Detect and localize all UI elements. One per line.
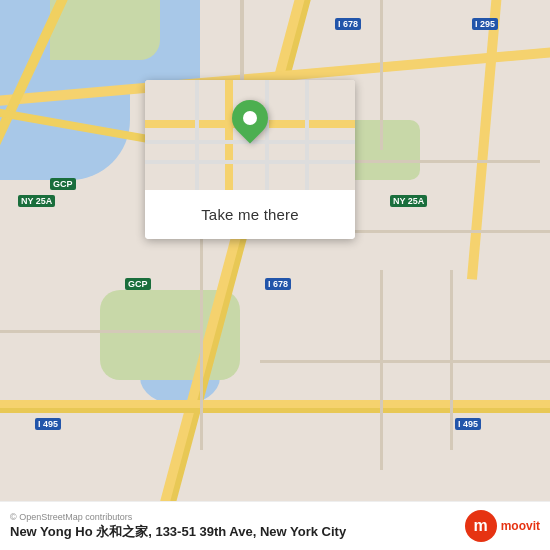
street-h1 [340,160,540,163]
street-h4 [260,360,550,363]
highway-i495b [0,408,550,413]
map-container: I 678 I 295 NY 25A NY 25A GCP GCP I 678 … [0,0,550,550]
osm-credit: © OpenStreetMap contributors [10,512,457,522]
label-i678-mid: I 678 [265,278,291,290]
green-top-left [50,0,160,60]
highway-i295 [467,0,503,280]
mini-road-h3 [145,160,355,164]
street-h3 [0,330,200,333]
street-v4 [450,270,453,450]
mini-road-v4 [305,80,309,190]
bottom-info: © OpenStreetMap contributors New Yong Ho… [10,512,457,541]
location-pin [232,100,268,136]
label-i678-top: I 678 [335,18,361,30]
location-name: New Yong Ho 永和之家, 133-51 39th Ave, New Y… [10,524,457,541]
label-ny25a-right: NY 25A [390,195,427,207]
label-gcp-left: GCP [50,178,76,190]
moovit-logo-text: moovit [501,519,540,533]
mini-road-v2 [195,80,199,190]
label-i495-right: I 495 [455,418,481,430]
take-me-there-button[interactable]: Take me there [161,198,339,231]
popup-button-area: Take me there [145,190,355,239]
street-v3 [380,270,383,470]
label-gcp-mid: GCP [125,278,151,290]
label-i495-left: I 495 [35,418,61,430]
pin-inner-dot [243,111,257,125]
pin-shape [225,93,276,144]
popup-card: Take me there [145,80,355,239]
bottom-bar: © OpenStreetMap contributors New Yong Ho… [0,501,550,550]
moovit-logo-icon: m [465,510,497,542]
moovit-logo: m moovit [465,510,540,542]
label-i295-top: I 295 [472,18,498,30]
popup-map-preview [145,80,355,190]
label-ny25a-left: NY 25A [18,195,55,207]
street-v2 [380,0,383,150]
